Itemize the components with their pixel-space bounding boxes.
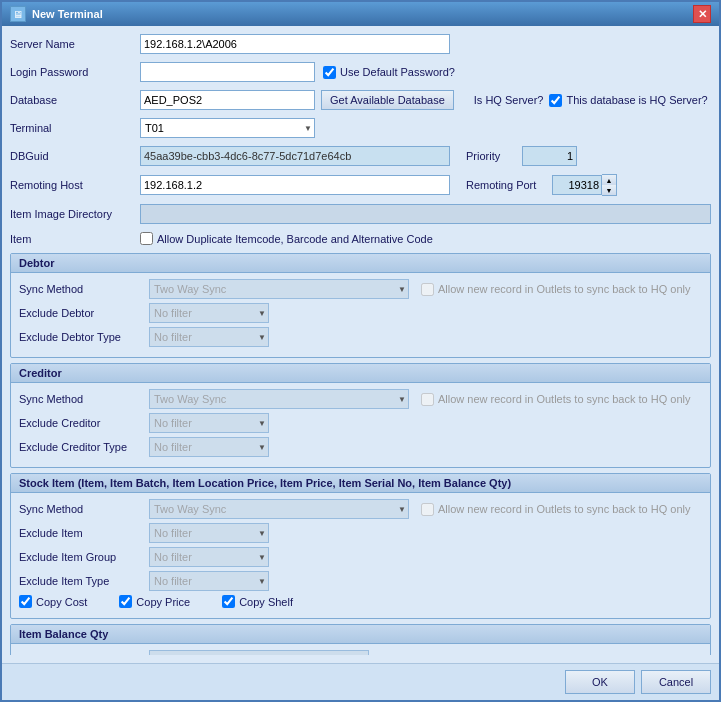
debtor-sync-method-select[interactable]: Two Way Sync	[149, 279, 409, 299]
stock-exclude-item-group-select[interactable]: No filter	[149, 547, 269, 567]
database-row: Database Get Available Database Is HQ Se…	[10, 90, 711, 110]
item-row: Item Allow Duplicate Itemcode, Barcode a…	[10, 232, 711, 245]
allow-duplicate-checkbox[interactable]	[140, 232, 153, 245]
stock-exclude-item-wrapper: No filter	[149, 523, 269, 543]
server-name-input[interactable]	[140, 34, 450, 54]
stock-exclude-item-type-label: Exclude Item Type	[19, 575, 149, 587]
copy-cost-checkbox[interactable]	[19, 595, 32, 608]
creditor-exclude-type-select[interactable]: No filter	[149, 437, 269, 457]
login-password-input[interactable]	[140, 62, 315, 82]
window-icon: 🖥	[10, 6, 26, 22]
creditor-exclude-type-label: Exclude Creditor Type	[19, 441, 149, 453]
title-bar-left: 🖥 New Terminal	[10, 6, 103, 22]
creditor-exclude-creditor-label: Exclude Creditor	[19, 417, 149, 429]
copy-price-label: Copy Price	[119, 595, 190, 608]
stock-section: Stock Item (Item, Item Batch, Item Locat…	[10, 473, 711, 619]
get-available-db-button[interactable]: Get Available Database	[321, 90, 454, 110]
close-button[interactable]: ✕	[693, 5, 711, 23]
creditor-sync-method-select[interactable]: Two Way Sync	[149, 389, 409, 409]
priority-label: Priority	[466, 150, 516, 162]
dbguid-input[interactable]	[140, 146, 450, 166]
terminal-row: Terminal T01	[10, 118, 711, 138]
stock-sync-method-select[interactable]: Two Way Sync	[149, 499, 409, 519]
item-balance-section-content: Sync Method Two Way Sync (Not available)…	[11, 644, 710, 655]
spinner-down-button[interactable]: ▼	[602, 185, 616, 195]
title-bar: 🖥 New Terminal ✕	[2, 2, 719, 26]
copy-shelf-label: Copy Shelf	[222, 595, 293, 608]
dbguid-row: DBGuid Priority	[10, 146, 711, 166]
copy-shelf-checkbox[interactable]	[222, 595, 235, 608]
stock-exclude-item-type-row: Exclude Item Type No filter	[19, 571, 702, 591]
creditor-exclude-creditor-row: Exclude Creditor No filter	[19, 413, 702, 433]
server-name-label: Server Name	[10, 38, 140, 50]
debtor-section-header: Debtor	[11, 254, 710, 273]
debtor-exclude-type-wrapper: No filter	[149, 327, 269, 347]
copy-price-checkbox[interactable]	[119, 595, 132, 608]
stock-exclude-item-select[interactable]: No filter	[149, 523, 269, 543]
ok-button[interactable]: OK	[565, 670, 635, 694]
stock-sync-method-row: Sync Method Two Way Sync Allow new recor…	[19, 499, 702, 519]
stock-sync-method-wrapper: Two Way Sync	[149, 499, 409, 519]
sections-area: Debtor Sync Method Two Way Sync Allow ne…	[10, 253, 711, 655]
creditor-sync-method-label: Sync Method	[19, 393, 149, 405]
login-password-row: Login Password Use Default Password?	[10, 62, 711, 82]
debtor-section: Debtor Sync Method Two Way Sync Allow ne…	[10, 253, 711, 358]
stock-section-content: Sync Method Two Way Sync Allow new recor…	[11, 493, 710, 618]
creditor-section: Creditor Sync Method Two Way Sync Allow …	[10, 363, 711, 468]
item-balance-section-header: Item Balance Qty	[11, 625, 710, 644]
stock-exclude-item-type-select[interactable]: No filter	[149, 571, 269, 591]
item-balance-sync-method-select[interactable]: Two Way Sync (Not available)	[149, 650, 369, 655]
spinner-up-button[interactable]: ▲	[602, 175, 616, 185]
debtor-sync-method-wrapper: Two Way Sync	[149, 279, 409, 299]
priority-input[interactable]	[522, 146, 577, 166]
debtor-exclude-debtor-row: Exclude Debtor No filter	[19, 303, 702, 323]
item-balance-section: Item Balance Qty Sync Method Two Way Syn…	[10, 624, 711, 655]
server-name-row: Server Name	[10, 34, 711, 54]
terminal-label: Terminal	[10, 122, 140, 134]
creditor-exclude-creditor-select[interactable]: No filter	[149, 413, 269, 433]
creditor-exclude-type-row: Exclude Creditor Type No filter	[19, 437, 702, 457]
remoting-host-input[interactable]	[140, 175, 450, 195]
use-default-password-checkbox[interactable]	[323, 66, 336, 79]
stock-allow-new-checkbox[interactable]	[421, 503, 434, 516]
stock-exclude-item-group-row: Exclude Item Group No filter	[19, 547, 702, 567]
remoting-port-label: Remoting Port	[466, 179, 546, 191]
is-hq-server-label: Is HQ Server?	[474, 94, 544, 106]
terminal-select[interactable]: T01	[140, 118, 315, 138]
debtor-exclude-type-row: Exclude Debtor Type No filter	[19, 327, 702, 347]
remoting-port-spinner: ▲ ▼	[552, 174, 617, 196]
remoting-host-row: Remoting Host Remoting Port ▲ ▼	[10, 174, 711, 196]
creditor-section-content: Sync Method Two Way Sync Allow new recor…	[11, 383, 710, 467]
main-window: 🖥 New Terminal ✕ Server Name Login Passw…	[0, 0, 721, 702]
cancel-button[interactable]: Cancel	[641, 670, 711, 694]
stock-allow-new-label: Allow new record in Outlets to sync back…	[421, 503, 691, 516]
debtor-exclude-type-label: Exclude Debtor Type	[19, 331, 149, 343]
spinner-buttons: ▲ ▼	[602, 174, 617, 196]
debtor-sync-method-label: Sync Method	[19, 283, 149, 295]
stock-section-header: Stock Item (Item, Item Batch, Item Locat…	[11, 474, 710, 493]
item-image-dir-input[interactable]	[140, 204, 711, 224]
item-label: Item	[10, 233, 140, 245]
stock-sync-method-label: Sync Method	[19, 503, 149, 515]
item-balance-sync-method-wrapper: Two Way Sync (Not available)	[149, 650, 369, 655]
stock-exclude-item-row: Exclude Item No filter	[19, 523, 702, 543]
stock-exclude-item-label: Exclude Item	[19, 527, 149, 539]
use-default-password-label: Use Default Password?	[323, 66, 455, 79]
debtor-exclude-debtor-wrapper: No filter	[149, 303, 269, 323]
creditor-allow-new-checkbox[interactable]	[421, 393, 434, 406]
stock-copy-checkboxes-row: Copy Cost Copy Price Copy Shelf	[19, 595, 702, 608]
hq-server-checkbox[interactable]	[549, 94, 562, 107]
remoting-host-label: Remoting Host	[10, 179, 140, 191]
remoting-port-input[interactable]	[552, 175, 602, 195]
debtor-allow-new-checkbox[interactable]	[421, 283, 434, 296]
creditor-exclude-type-wrapper: No filter	[149, 437, 269, 457]
database-input[interactable]	[140, 90, 315, 110]
debtor-exclude-type-select[interactable]: No filter	[149, 327, 269, 347]
hq-server-checkbox-label: This database is HQ Server?	[549, 94, 707, 107]
creditor-sync-method-row: Sync Method Two Way Sync Allow new recor…	[19, 389, 702, 409]
debtor-exclude-debtor-label: Exclude Debtor	[19, 307, 149, 319]
debtor-exclude-debtor-select[interactable]: No filter	[149, 303, 269, 323]
terminal-select-wrapper: T01	[140, 118, 315, 138]
stock-exclude-item-group-wrapper: No filter	[149, 547, 269, 567]
item-balance-sync-method-label: Sync Method	[19, 654, 149, 655]
